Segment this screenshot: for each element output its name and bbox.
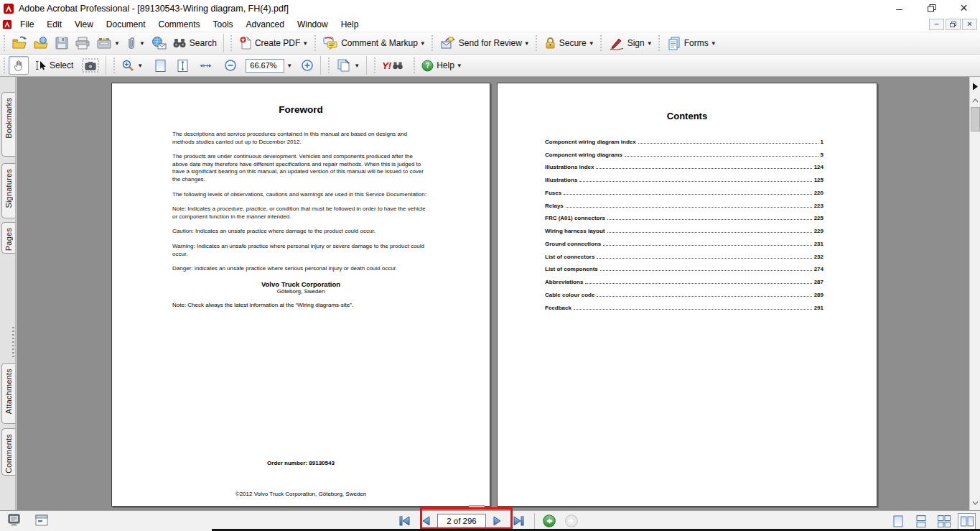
toolbar-grip[interactable] bbox=[599, 35, 603, 51]
attach-button[interactable]: ▼ bbox=[123, 34, 148, 52]
menu-item-advanced[interactable]: Advanced bbox=[240, 18, 291, 31]
secure-caret-icon: ▼ bbox=[589, 40, 594, 47]
layout-single-button[interactable] bbox=[889, 513, 907, 530]
comment-markup-button[interactable]: Comment & Markup ▼ bbox=[319, 34, 429, 52]
fit-width-button[interactable] bbox=[196, 56, 215, 75]
show-hide-pane-arrow-icon[interactable] bbox=[971, 79, 980, 93]
fit-height-button[interactable] bbox=[174, 56, 192, 75]
horizontal-scrollbar-thumb[interactable] bbox=[469, 505, 485, 510]
pdf-page-contents[interactable]: Contents Component wiring diagram index1… bbox=[497, 83, 877, 507]
snapshot-button[interactable] bbox=[79, 56, 102, 75]
page-display-button[interactable]: ▼ bbox=[333, 56, 363, 75]
monitor-status-icon[interactable] bbox=[7, 514, 22, 527]
forms-button[interactable]: Forms ▼ bbox=[664, 34, 719, 52]
toc-entry[interactable]: Wiring harness layout229 bbox=[545, 223, 823, 236]
toc-entry[interactable]: Feedback291 bbox=[545, 300, 823, 313]
open-button[interactable] bbox=[9, 34, 30, 52]
sidebar-tab-bookmarks[interactable]: Bookmarks bbox=[1, 92, 15, 157]
toc-entry[interactable]: List of connectors232 bbox=[545, 249, 823, 262]
toolbar-grip[interactable] bbox=[327, 57, 330, 73]
toc-entry-label: List of connectors bbox=[545, 254, 594, 262]
toolbar-grip[interactable] bbox=[230, 35, 233, 51]
toolbar-grip[interactable] bbox=[2, 35, 6, 51]
pdf-page-foreword[interactable]: Foreword The descriptions and service pr… bbox=[111, 83, 490, 507]
yahoo-search-button[interactable]: Y! bbox=[379, 56, 406, 75]
doc-minimize-icon[interactable]: – bbox=[929, 19, 944, 30]
toc-entry[interactable]: Component wiring diagrams5 bbox=[545, 147, 823, 160]
scroll-down-icon[interactable] bbox=[971, 498, 980, 508]
vertical-scrollbar-thumb[interactable] bbox=[971, 107, 980, 131]
organizer-button[interactable]: ▼ bbox=[93, 34, 123, 52]
toolbar-grip[interactable] bbox=[658, 35, 661, 51]
first-page-button[interactable] bbox=[397, 513, 411, 529]
panel-splitter-grip[interactable] bbox=[12, 327, 14, 357]
zoom-in-button[interactable] bbox=[298, 56, 317, 75]
toc-entry[interactable]: Illustrations index124 bbox=[545, 160, 823, 172]
help-button[interactable]: ? Help ▼ bbox=[419, 56, 465, 75]
sidebar-tab-attachments[interactable]: Attachments bbox=[1, 363, 15, 424]
toc-entry[interactable]: List of components274 bbox=[545, 262, 823, 274]
toc-entry[interactable]: Ground connections231 bbox=[545, 236, 823, 249]
next-page-button[interactable] bbox=[492, 513, 502, 529]
minimize-icon[interactable]: – bbox=[883, 0, 915, 17]
print-button[interactable] bbox=[72, 34, 93, 52]
menu-item-comments[interactable]: Comments bbox=[152, 18, 207, 31]
toolbar-grip[interactable] bbox=[2, 57, 6, 73]
zoom-tool-button[interactable]: ▼ bbox=[118, 56, 146, 75]
toc-entry[interactable]: Relays223 bbox=[545, 198, 823, 211]
next-view-button[interactable] bbox=[565, 513, 578, 529]
hand-tool-button[interactable] bbox=[9, 56, 29, 75]
layout-continuous-button[interactable] bbox=[912, 513, 930, 530]
menu-item-window[interactable]: Window bbox=[291, 18, 335, 31]
menu-item-help[interactable]: Help bbox=[335, 18, 365, 31]
toc-entry[interactable]: FRC (A01) connectors225 bbox=[545, 211, 823, 223]
pane-toggle-icon[interactable] bbox=[34, 514, 49, 527]
sign-button[interactable]: Sign ▼ bbox=[606, 34, 655, 52]
last-page-button[interactable] bbox=[512, 513, 526, 529]
toolbar-grip[interactable] bbox=[431, 35, 434, 51]
toc-entry[interactable]: Cable colour code289 bbox=[545, 287, 823, 300]
previous-view-button[interactable] bbox=[543, 513, 556, 529]
menu-item-tools[interactable]: Tools bbox=[207, 18, 240, 31]
sidebar-tab-pages[interactable]: Pages bbox=[1, 222, 15, 254]
toolbar-grip[interactable] bbox=[313, 35, 317, 51]
sidebar-tab-signatures[interactable]: Signatures bbox=[1, 163, 15, 218]
sidebar-tab-comments[interactable]: Comments bbox=[1, 428, 15, 476]
vertical-scrollbar[interactable] bbox=[969, 77, 980, 510]
menu-item-view[interactable]: View bbox=[68, 18, 100, 31]
secure-button[interactable]: Secure ▼ bbox=[541, 34, 597, 52]
fit-page-button[interactable] bbox=[151, 56, 169, 75]
toc-entry[interactable]: Fuses220 bbox=[545, 185, 823, 198]
restore-icon[interactable] bbox=[915, 0, 948, 17]
doc-restore-icon[interactable] bbox=[946, 19, 961, 30]
doc-close-icon[interactable]: × bbox=[962, 19, 977, 30]
scroll-up-icon[interactable] bbox=[971, 96, 980, 106]
open-web-button[interactable] bbox=[30, 34, 52, 52]
page-indicator-input[interactable]: 2 of 296 bbox=[437, 514, 486, 528]
menu-item-document[interactable]: Document bbox=[100, 18, 152, 31]
select-tool-button[interactable]: Select bbox=[32, 56, 76, 75]
search-button[interactable]: Search bbox=[169, 34, 220, 52]
toc-entry[interactable]: Abbreviations287 bbox=[545, 274, 823, 287]
zoom-out-icon bbox=[224, 59, 237, 72]
menu-item-edit[interactable]: Edit bbox=[40, 18, 68, 31]
toolbar-grip[interactable] bbox=[412, 57, 416, 73]
layout-facing-button[interactable] bbox=[958, 513, 976, 530]
toc-entry[interactable]: Illustrations125 bbox=[545, 172, 823, 185]
save-button[interactable] bbox=[52, 34, 72, 52]
zoom-level-input[interactable]: 66.67% bbox=[246, 59, 284, 73]
toc-entry[interactable]: Component wiring diagram index1 bbox=[545, 134, 823, 147]
zoom-out-button[interactable] bbox=[221, 56, 240, 75]
create-pdf-button[interactable]: Create PDF ▼ bbox=[236, 34, 311, 52]
email-button[interactable] bbox=[148, 34, 169, 52]
menu-item-file[interactable]: File bbox=[14, 18, 40, 31]
document-area[interactable]: Foreword The descriptions and service pr… bbox=[17, 77, 969, 510]
toolbar-grip[interactable] bbox=[535, 35, 538, 51]
send-for-review-button[interactable]: Send for Review ▼ bbox=[437, 34, 533, 52]
toolbar-grip[interactable] bbox=[373, 57, 376, 73]
previous-page-button[interactable] bbox=[421, 513, 431, 529]
toolbar-grip[interactable] bbox=[112, 57, 116, 73]
close-icon[interactable]: × bbox=[948, 0, 980, 17]
zoom-level-caret-icon[interactable]: ▼ bbox=[286, 63, 292, 69]
layout-continuous-facing-button[interactable] bbox=[935, 513, 953, 530]
